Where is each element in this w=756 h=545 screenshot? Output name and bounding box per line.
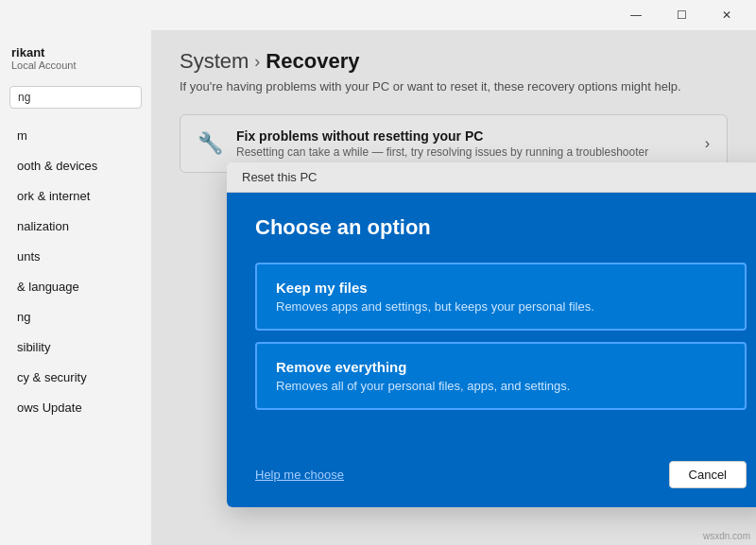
sidebar-item-1[interactable]: ooth & devices [6,151,146,180]
reset-dialog-footer: Help me choose Cancel [227,450,756,507]
search-input[interactable] [18,91,151,104]
maximize-button[interactable]: ☐ [660,0,703,30]
cancel-button[interactable]: Cancel [669,461,747,488]
sidebar-item-9[interactable]: ows Update [6,393,146,422]
minimize-button[interactable]: — [614,0,658,30]
reset-dialog-header: Reset this PC [227,162,756,193]
sidebar-items: m ooth & devices ork & internet nalizati… [0,120,151,545]
reset-dialog-title: Choose an option [255,215,747,240]
sidebar-item-5[interactable]: & language [6,272,146,301]
title-bar-controls: — ☐ ✕ [614,0,748,30]
remove-everything-desc: Removes all of your personal files, apps… [276,379,726,393]
reset-dialog: Reset this PC Choose an option Keep my f… [227,162,756,507]
reset-dialog-body: Choose an option Keep my files Removes a… [227,193,756,450]
remove-everything-title: Remove everything [276,359,726,375]
sidebar-item-7[interactable]: sibility [6,332,146,362]
help-me-choose-link[interactable]: Help me choose [255,468,344,482]
sidebar-item-0[interactable]: m [6,121,146,150]
app-body: rikant Local Account 🔍 m ooth & devices … [0,30,756,545]
keep-files-desc: Removes apps and settings, but keeps you… [276,299,726,314]
sidebar-item-4[interactable]: unts [6,242,146,271]
sidebar-username: rikant [11,45,140,60]
content-area: System › Recovery If you're having probl… [151,30,756,545]
sidebar: rikant Local Account 🔍 m ooth & devices … [0,30,151,545]
keep-files-option[interactable]: Keep my files Removes apps and settings,… [255,263,747,331]
keep-files-title: Keep my files [276,280,726,296]
sidebar-item-3[interactable]: nalization [6,212,146,241]
sidebar-item-2[interactable]: ork & internet [6,181,146,211]
sidebar-item-6[interactable]: ng [6,302,146,332]
sidebar-item-8[interactable]: cy & security [6,363,146,392]
sidebar-user: rikant Local Account [0,38,151,86]
close-button[interactable]: ✕ [705,0,748,30]
title-bar: — ☐ ✕ [0,0,756,30]
remove-everything-option[interactable]: Remove everything Removes all of your pe… [255,342,747,410]
sidebar-user-role: Local Account [11,60,140,71]
sidebar-search-box[interactable]: 🔍 [9,86,142,109]
